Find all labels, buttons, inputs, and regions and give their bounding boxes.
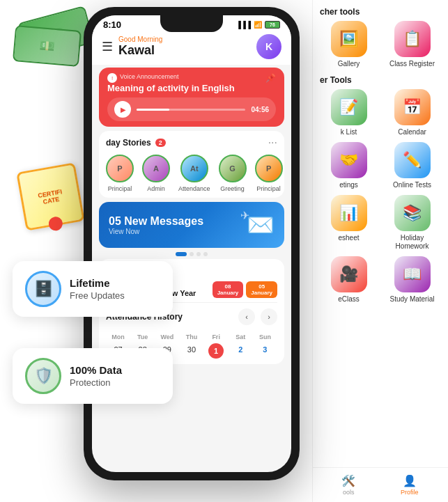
cal-date-1[interactable]: 1 [208,343,224,359]
stories-title-row: day Stories 2 [106,138,166,148]
online-tests-icon: ✏️ [403,151,422,169]
messages-card[interactable]: 05 New Messages View Now ✈ ✉️ [99,202,284,248]
pin-icon: 📌 [265,73,276,83]
story-avatar-attendance: At [180,155,208,182]
tools-nav-item[interactable]: 🛠️ ools [341,474,355,496]
status-icons: ▐▐▐ 📶 76 [236,21,280,29]
dot-2 [190,252,194,256]
story-avatar-admin: A [142,155,170,182]
study-material-item[interactable]: 📖 Study Material [383,256,441,304]
study-material-icon-box: 📖 [394,256,431,292]
study-material-label: Study Material [390,295,435,304]
event-from-num: 08 [217,283,239,290]
class-register-icon-box: 📋 [394,21,431,57]
battery-level: 76 [270,22,275,27]
calendar-label-right: Calendar [398,128,426,136]
user-name-text: Kawal [118,43,256,58]
eclass-label: eClass [338,295,360,304]
worksheet-item[interactable]: 📊 esheet [320,195,378,251]
progress-fill [137,109,169,111]
story-item[interactable]: A Admin [142,155,170,192]
status-time: 8:10 [103,19,121,30]
meetings-item[interactable]: 🤝 etings [320,142,378,189]
dot-3 [196,252,201,256]
profile-nav-item[interactable]: 👤 Profile [401,474,419,496]
holiday-homework-icon-box: 📚 [394,195,431,231]
data-protection-subtitle: Protection [70,377,111,388]
eclass-item[interactable]: 🎥 eClass [320,256,378,304]
day-fri: Fri [204,334,229,340]
phone-notch [160,15,223,32]
data-protection-badge: 🛡️ 100% Data Protection [13,348,173,404]
class-register-label: Class Register [389,60,435,68]
event-date-range: 08 January 05 January [213,281,277,298]
story-label-principal2: Principal [256,185,281,192]
cert-ribbon [47,216,63,232]
app-header: ☰ Good Morning Kawal K [92,31,291,65]
task-list-item[interactable]: 📝 k List [320,89,378,136]
voice-duration: 04:56 [251,106,269,113]
calendar-icon: 📅 [403,98,422,116]
gallery-tool-item[interactable]: 🖼️ Gallery [320,21,378,68]
messages-info: 05 New Messages View Now [109,215,203,235]
online-tests-item[interactable]: ✏️ Online Tests [383,142,441,189]
class-register-item[interactable]: 📋 Class Register [383,21,441,68]
stories-more-icon[interactable]: ··· [268,136,277,149]
avatar[interactable]: K [256,34,281,59]
play-button[interactable]: ▶ [114,101,131,118]
alert-icon: ! [107,73,117,83]
story-label-greeting: Greeting [220,185,245,192]
event-from-date: 08 January [213,281,244,298]
class-register-icon: 📋 [403,30,422,48]
other-tools-title: er Tools [313,68,448,89]
database-icon: 🗄️ [25,271,61,307]
cal-date-30[interactable]: 30 [179,343,203,359]
story-item[interactable]: At Attendance [178,155,210,192]
money-bill-2: 💵 [13,25,82,67]
story-item[interactable]: G Greeting [219,155,247,192]
voice-announcement-card: ! Voice Announcement 📌 Meaning of activi… [99,68,284,127]
cal-date-3[interactable]: 3 [253,343,277,359]
holiday-homework-item[interactable]: 📚 Holiday Homework [383,195,441,251]
voice-player: ▶ 04:56 [107,97,276,121]
gallery-icon-box: 🖼️ [331,21,367,57]
worksheet-label: esheet [338,234,359,242]
next-arrow[interactable]: › [261,308,277,325]
tools-nav-label: ools [343,489,355,496]
calendar-tool-item[interactable]: 📅 Calendar [383,89,441,136]
worksheet-icon: 📊 [339,204,358,222]
cal-date-2[interactable]: 2 [229,343,253,359]
day-sat: Sat [229,334,253,340]
greeting-block: Good Morning Kawal [118,36,256,58]
story-avatar-principal1: P [106,155,134,182]
shield-icon: 🛡️ [25,358,61,394]
menu-icon[interactable]: ☰ [102,39,113,54]
task-list-icon-box: 📝 [331,89,367,125]
study-material-icon: 📖 [403,265,422,283]
day-tue: Tue [130,334,155,340]
profile-nav-label: Profile [401,489,419,496]
event-to-num: 05 [251,283,272,290]
stories-header: day Stories 2 ··· [106,136,277,149]
holiday-homework-icon: 📚 [403,204,422,222]
prev-arrow[interactable]: ‹ [238,308,255,325]
calendar-icon-box: 📅 [394,89,431,125]
phone-frame: 8:10 ▐▐▐ 📶 76 ☰ Good Morning Kawal K [84,7,300,480]
meetings-icon: 🤝 [339,151,358,169]
eclass-icon: 🎥 [339,265,358,283]
tools-nav-icon: 🛠️ [341,474,355,487]
worksheet-icon-box: 📊 [331,195,367,231]
profile-nav-icon: 👤 [403,474,417,487]
envelope-icon: ✉️ [247,212,275,238]
event-to-date: 05 January [246,281,277,298]
story-label-principal1: Principal [108,185,132,192]
lifetime-subtitle: Free Updates [70,290,125,301]
nav-arrows: ‹ › [238,308,277,325]
lifetime-updates-badge: 🗄️ Lifetime Free Updates [13,261,173,317]
story-avatar-greeting: G [219,155,247,182]
right-panel: cher tools 🖼️ Gallery 📋 Class Register e… [312,0,448,502]
progress-bar [137,109,245,111]
gallery-label: Gallery [338,60,360,68]
story-item[interactable]: P Principal [106,155,134,192]
story-item[interactable]: P Principal [255,155,283,192]
